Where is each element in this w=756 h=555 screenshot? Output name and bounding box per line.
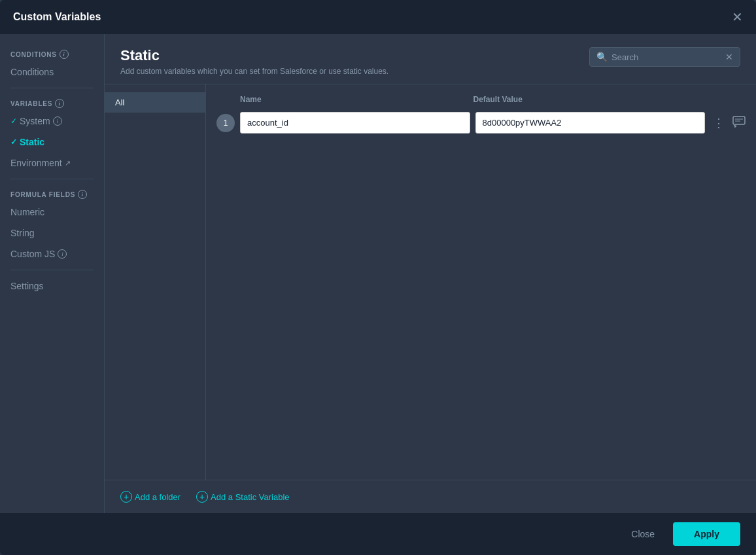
content-subtitle: Add custom variables which you can set f…	[120, 67, 388, 76]
row-menu-button[interactable]: ⋮	[710, 116, 727, 130]
sidebar-item-system[interactable]: System i	[0, 111, 104, 132]
modal-title: Custom Variables	[13, 11, 101, 23]
sidebar-item-settings[interactable]: Settings	[0, 276, 104, 296]
main-content: Static Add custom variables which you ca…	[105, 34, 756, 513]
search-clear-icon[interactable]: ✕	[725, 52, 733, 62]
conditions-info-icon[interactable]: i	[60, 50, 69, 59]
table-header: Name Default Value	[216, 92, 746, 107]
search-input[interactable]	[611, 52, 721, 62]
sidebar-item-string[interactable]: String	[0, 223, 104, 243]
content-area: All Name Default Value 1	[105, 84, 756, 480]
custom-js-info-icon[interactable]: i	[58, 249, 67, 259]
modal-body: CONDITIONS i Conditions VARIABLES i Syst…	[0, 34, 756, 513]
variables-section-label: VARIABLES i	[0, 94, 104, 111]
add-folder-plus-icon: +	[120, 491, 132, 503]
variables-info-icon[interactable]: i	[55, 99, 64, 108]
add-variable-plus-icon: +	[196, 491, 208, 503]
variable-value-input[interactable]	[475, 112, 706, 134]
table-row: 1 ⋮	[216, 112, 746, 134]
col-name-header: Name	[216, 95, 468, 104]
col-actions-header	[706, 95, 746, 104]
close-button[interactable]: Close	[621, 524, 665, 545]
modal-header: Custom Variables ✕	[0, 0, 756, 34]
row-comment-button[interactable]	[732, 116, 746, 130]
svg-rect-0	[733, 116, 745, 124]
folders-panel: All	[105, 84, 206, 480]
add-static-variable-link[interactable]: + Add a Static Variable	[196, 491, 289, 503]
external-link-icon: ↗	[65, 159, 71, 168]
col-default-header: Default Value	[473, 95, 702, 104]
search-box: 🔍 ✕	[589, 47, 740, 67]
sidebar-divider-1	[10, 88, 94, 88]
sidebar-item-custom-js[interactable]: Custom JS i	[0, 243, 104, 264]
sidebar-divider-2	[10, 179, 94, 179]
sidebar: CONDITIONS i Conditions VARIABLES i Syst…	[0, 34, 105, 513]
content-title: Static	[120, 47, 388, 64]
content-title-group: Static Add custom variables which you ca…	[120, 47, 388, 76]
modal-footer: Close Apply	[0, 513, 756, 555]
custom-variables-modal: Custom Variables ✕ CONDITIONS i Conditio…	[0, 0, 756, 555]
sidebar-divider-3	[10, 270, 94, 270]
add-folder-link[interactable]: + Add a folder	[120, 491, 180, 503]
row-number: 1	[216, 114, 235, 132]
content-footer: + Add a folder + Add a Static Variable	[105, 480, 756, 513]
variables-area: Name Default Value 1 ⋮	[206, 84, 756, 480]
conditions-section-label: CONDITIONS i	[0, 45, 104, 62]
search-icon: 🔍	[596, 52, 608, 62]
folder-item-all[interactable]: All	[105, 92, 205, 113]
formula-fields-info-icon[interactable]: i	[78, 190, 87, 199]
formula-fields-section-label: FORMULA FIELDS i	[0, 185, 104, 202]
sidebar-item-environment[interactable]: Environment ↗	[0, 152, 104, 173]
sidebar-item-conditions[interactable]: Conditions	[0, 62, 104, 82]
system-info-icon[interactable]: i	[53, 116, 62, 126]
apply-button[interactable]: Apply	[673, 522, 740, 546]
content-header: Static Add custom variables which you ca…	[105, 34, 756, 84]
close-icon[interactable]: ✕	[732, 10, 743, 24]
sidebar-item-numeric[interactable]: Numeric	[0, 202, 104, 223]
sidebar-item-static[interactable]: Static	[0, 132, 104, 152]
variable-name-input[interactable]	[240, 112, 470, 134]
